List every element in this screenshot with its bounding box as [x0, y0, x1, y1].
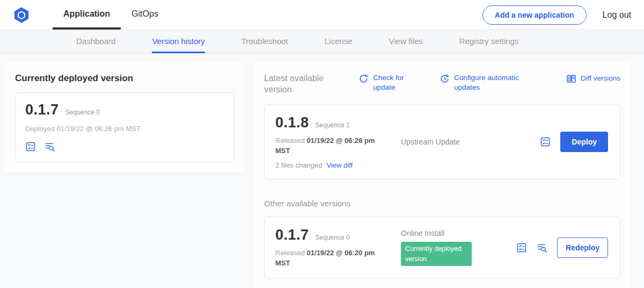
deployed-timestamp: Deployed 01/19/22 @ 06:26 pm MST: [25, 125, 224, 133]
top-tabs: Application GitOps: [53, 0, 169, 30]
other-version-info: 0.1.7 Sequence 0 Released 01/19/22 @ 06:…: [275, 227, 398, 269]
app-hexagon-logo-icon[interactable]: [13, 6, 30, 24]
deployed-version-row: 0.1.7 Sequence 0: [25, 102, 224, 118]
diff-versions-button[interactable]: Diff versions: [566, 73, 620, 84]
tab-gitops[interactable]: GitOps: [121, 0, 169, 30]
check-for-update-label: Check for update: [373, 73, 413, 92]
files-changed-text: 2 files changed: [275, 161, 322, 169]
subnav-item-troubleshoot[interactable]: Troubleshoot: [241, 30, 288, 53]
logout-link[interactable]: Log out: [603, 10, 631, 20]
deployed-version-number: 0.1.7: [25, 102, 59, 118]
version-history-page: Currently deployed version 0.1.7 Sequenc…: [0, 54, 644, 288]
diff-versions-icon: [566, 73, 576, 84]
deploy-button[interactable]: Deploy: [560, 132, 608, 152]
latest-released-timestamp: Released 01/19/22 @ 06:28 pm MST: [275, 135, 380, 156]
subnav-item-dashboard[interactable]: Dashboard: [76, 30, 115, 53]
latest-sequence-label: Sequence 1: [316, 121, 350, 129]
latest-version-row: 0.1.8 Sequence 1: [275, 114, 398, 131]
subnav-label: View files: [389, 37, 422, 46]
release-notes-icon[interactable]: [540, 136, 551, 147]
release-notes-icon[interactable]: [25, 141, 36, 152]
tab-gitops-label: GitOps: [131, 9, 158, 19]
subnav-label: License: [325, 37, 353, 46]
view-diff-link[interactable]: View diff: [326, 161, 353, 169]
subnav-item-view-files[interactable]: View files: [389, 30, 422, 53]
other-sequence-label: Sequence 0: [316, 234, 350, 241]
subnav-item-version-history[interactable]: Version history: [152, 30, 204, 53]
latest-files-changed-row: 2 files changedView diff: [275, 161, 398, 169]
deployed-version-card: 0.1.7 Sequence 0 Deployed 01/19/22 @ 06:…: [15, 92, 234, 162]
latest-version-card: 0.1.8 Sequence 1 Released 01/19/22 @ 06:…: [264, 104, 620, 179]
other-version-actions: Redeploy: [516, 237, 609, 258]
other-version-number: 0.1.7: [275, 227, 309, 243]
top-bar-right: Add a new application Log out: [482, 0, 631, 30]
file-diff-search-icon[interactable]: [45, 141, 55, 152]
currently-deployed-panel: Currently deployed version 0.1.7 Sequenc…: [4, 62, 245, 173]
app-subnav: Dashboard Version history Troubleshoot L…: [0, 30, 644, 54]
other-released-timestamp: Released 01/19/22 @ 06:20 pm MST: [275, 248, 380, 269]
other-source-label: Online Install: [401, 229, 444, 237]
diff-versions-label: Diff versions: [581, 74, 620, 83]
configure-auto-updates-button[interactable]: Configure automatic updates: [440, 73, 539, 92]
currently-deployed-title: Currently deployed version: [15, 73, 234, 84]
other-versions-title: Other available versions: [264, 199, 620, 208]
auto-update-clock-icon: [440, 73, 450, 84]
other-version-card: 0.1.7 Sequence 0 Released 01/19/22 @ 06:…: [264, 217, 620, 279]
available-versions-header: Latest available version Check for updat…: [264, 73, 620, 96]
other-version-row: 0.1.7 Sequence 0: [275, 227, 398, 243]
latest-version-number: 0.1.8: [275, 114, 309, 131]
latest-version-info: 0.1.8 Sequence 1 Released 01/19/22 @ 06:…: [275, 114, 398, 169]
subnav-item-registry-settings[interactable]: Registry settings: [459, 30, 519, 53]
subnav-label: Troubleshoot: [241, 37, 288, 46]
subnav-label: Version history: [152, 37, 204, 46]
release-notes-icon[interactable]: [516, 242, 527, 253]
available-versions-panel: Latest available version Check for updat…: [253, 62, 631, 288]
other-version-source: Online Install Currently deployed versio…: [398, 229, 516, 267]
tab-application[interactable]: Application: [53, 0, 121, 30]
tab-application-label: Application: [63, 9, 110, 19]
configure-auto-updates-label: Configure automatic updates: [454, 73, 539, 92]
currently-deployed-badge: Currently deployed version: [401, 242, 472, 267]
subnav-label: Registry settings: [459, 37, 519, 46]
check-for-update-button[interactable]: Check for update: [358, 73, 413, 92]
latest-version-source: Upstream Update: [398, 138, 540, 146]
subnav-label: Dashboard: [76, 37, 115, 46]
latest-version-actions: Deploy: [540, 132, 609, 152]
refresh-icon: [358, 73, 369, 84]
subnav-item-license[interactable]: License: [325, 30, 353, 53]
top-bar: Application GitOps Add a new application…: [0, 0, 644, 30]
add-application-button[interactable]: Add a new application: [482, 5, 587, 25]
file-diff-search-icon[interactable]: [537, 242, 547, 253]
latest-available-title: Latest available version: [264, 73, 335, 96]
latest-source-label: Upstream Update: [401, 138, 460, 146]
redeploy-button[interactable]: Redeploy: [557, 237, 608, 258]
deployed-actions: [25, 141, 224, 152]
deployed-sequence-label: Sequence 0: [65, 109, 100, 116]
